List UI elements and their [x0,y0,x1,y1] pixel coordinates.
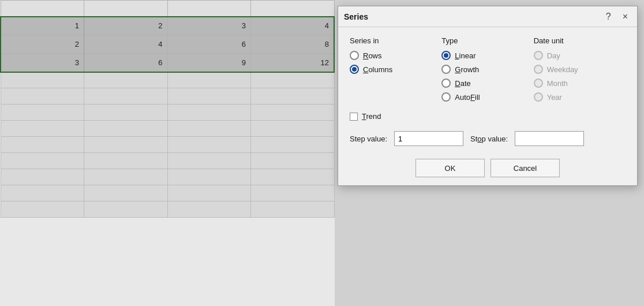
series-dialog: Series ? × Series in Rows Columns [338,6,638,186]
weekday-label: Weekday [547,65,578,74]
day-radio[interactable] [534,51,543,60]
empty-cell[interactable] [84,137,168,153]
empty-cell[interactable] [251,185,335,201]
date-unit-group: Day Weekday Month Year [534,51,626,102]
empty-cell[interactable] [84,72,168,88]
date-option[interactable]: Date [441,79,533,88]
close-button[interactable]: × [619,11,631,23]
cell[interactable]: 4 [251,17,335,35]
empty-cell[interactable] [167,105,251,121]
empty-cell[interactable] [1,72,84,88]
cell[interactable]: 3 [1,54,84,72]
empty-cell[interactable] [251,1,335,17]
empty-cell[interactable] [251,201,335,218]
stop-value-input[interactable] [515,131,584,146]
series-in-group: Rows Columns [350,51,441,74]
empty-cell[interactable] [251,88,335,105]
cell[interactable]: 3 [167,17,251,35]
growth-option[interactable]: Growth [441,65,533,74]
autofill-option[interactable]: AutoFill [441,92,533,102]
empty-cell[interactable] [167,121,251,137]
cell[interactable]: 9 [167,54,251,72]
empty-cell[interactable] [1,169,84,185]
empty-cell[interactable] [167,185,251,201]
step-value-input[interactable] [394,131,463,146]
empty-cell[interactable] [251,137,335,153]
empty-cell[interactable] [84,88,168,105]
empty-cell[interactable] [1,1,84,17]
cell[interactable]: 1 [1,17,84,35]
day-option[interactable]: Day [534,51,626,60]
empty-cell[interactable] [251,169,335,185]
empty-cell[interactable] [167,72,251,88]
empty-cell[interactable] [1,137,84,153]
date-unit-col: Date unit Day Weekday Month [534,36,626,102]
month-option[interactable]: Month [534,79,626,88]
trend-label[interactable]: Trend [362,112,381,121]
date-radio[interactable] [441,79,451,88]
columns-radio[interactable] [350,65,359,74]
series-in-col: Series in Rows Columns [350,36,441,102]
help-button[interactable]: ? [602,11,615,23]
empty-cell[interactable] [251,72,335,88]
autofill-label: AutoFill [455,93,480,102]
empty-cell[interactable] [84,169,168,185]
stop-label: Stop value: [470,135,508,143]
empty-cell[interactable] [84,1,168,17]
day-label: Day [547,51,560,60]
rows-radio[interactable] [350,51,359,60]
cell[interactable]: 6 [84,54,168,72]
cell[interactable]: 8 [251,35,335,54]
year-option[interactable]: Year [534,92,626,102]
rows-label: Rows [363,51,382,60]
cancel-button[interactable]: Cancel [491,159,560,177]
dialog-buttons: OK Cancel [350,156,626,177]
columns-option[interactable]: Columns [350,65,441,74]
linear-label: Linear [455,51,475,60]
empty-cell[interactable] [1,88,84,105]
cell[interactable]: 2 [1,35,84,54]
empty-cell[interactable] [1,153,84,169]
empty-cell[interactable] [84,201,168,218]
empty-cell[interactable] [251,105,335,121]
linear-option[interactable]: Linear [441,51,533,60]
ok-button[interactable]: OK [415,159,485,177]
weekday-radio[interactable] [534,65,543,74]
cell[interactable]: 2 [84,17,168,35]
weekday-option[interactable]: Weekday [534,65,626,74]
rows-option[interactable]: Rows [350,51,441,60]
empty-cell[interactable] [167,201,251,218]
empty-cell[interactable] [84,121,168,137]
empty-cell[interactable] [1,185,84,201]
empty-cell[interactable] [84,153,168,169]
empty-cell[interactable] [84,185,168,201]
empty-cell[interactable] [1,201,84,218]
growth-radio[interactable] [441,65,451,74]
cell[interactable]: 12 [251,54,335,72]
empty-cell[interactable] [251,153,335,169]
linear-radio[interactable] [441,51,451,60]
step-label: Step value: [350,135,387,143]
cell[interactable]: 4 [84,35,168,54]
empty-cell[interactable] [84,105,168,121]
date-unit-label: Date unit [534,36,626,45]
autofill-radio[interactable] [441,92,451,102]
empty-cell[interactable] [167,169,251,185]
growth-label: Growth [455,65,479,74]
cell[interactable]: 6 [167,35,251,54]
dialog-title: Series [344,12,368,21]
empty-cell[interactable] [251,121,335,137]
empty-cell[interactable] [167,1,251,17]
type-label: Type [441,36,533,45]
trend-row: Trend [350,112,626,121]
empty-cell[interactable] [167,88,251,105]
empty-cell[interactable] [1,121,84,137]
year-label: Year [547,93,562,102]
empty-cell[interactable] [167,137,251,153]
year-radio[interactable] [534,92,543,102]
month-radio[interactable] [534,79,543,88]
month-label: Month [547,79,568,88]
empty-cell[interactable] [1,105,84,121]
trend-checkbox[interactable] [350,113,358,121]
empty-cell[interactable] [167,153,251,169]
